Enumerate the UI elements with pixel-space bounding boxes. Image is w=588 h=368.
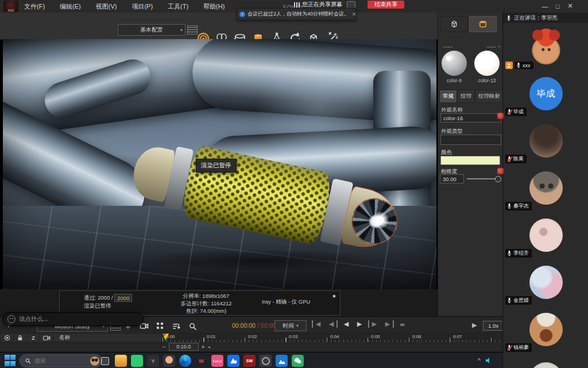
smiley-icon [7,315,16,323]
roughness-slider[interactable] [467,178,499,179]
zoom-in-button[interactable]: + [202,344,205,350]
skip-end-button[interactable]: ▶ [383,320,394,328]
skip-start-button[interactable]: ◀ [312,320,323,328]
meeting-chat-bubble[interactable]: 说点什么... [2,312,144,326]
timeline-ruler[interactable]: 0:00 0:01 0:02 0:03 0:04 0:05 0:06 0:07 [163,333,502,342]
play-button[interactable]: ▶ [355,320,364,328]
menu-edit[interactable]: 编辑(E) [60,2,81,11]
tab-model-cube[interactable] [440,16,468,32]
configuration-dropdown[interactable]: 基本配置 ▾ [118,24,185,36]
toast-close-icon[interactable]: ✕ [352,12,357,17]
search-input[interactable] [33,357,90,365]
timeline-zoom-controls: − 0:10.0 + ◂ [163,342,210,351]
participant-tile[interactable]: 陈果 [503,118,588,166]
ring-app-icon[interactable] [260,355,272,367]
speed-selector[interactable]: 1.0x [483,321,504,331]
minimize-button[interactable]: — [539,3,551,10]
participant-tile[interactable] [503,354,588,368]
participant-avatar: 毕成 [529,77,563,110]
render-status: 渲染已暂停 [84,302,132,309]
participant-avatar [527,28,565,66]
tray-audio-icon[interactable] [485,357,492,364]
menu-help[interactable]: 帮助(H) [203,2,225,11]
appearance-type-dropdown[interactable] [440,135,501,145]
explorer-icon[interactable] [115,355,127,367]
lulu-app-icon[interactable]: LuLu [211,355,223,367]
green-app-icon[interactable] [131,355,143,367]
speaking-text: 正在讲话：李宗亮 [514,14,558,22]
sort-icon[interactable] [170,320,183,332]
maximize-button[interactable]: □ [551,3,564,10]
participant-tile[interactable]: xxx [503,23,588,72]
task-view-button[interactable] [99,355,111,367]
passes-label: 通过: 2000 / [84,294,113,301]
grid-view-icon[interactable] [154,320,167,332]
playback-speed-play-icon[interactable]: ▶ [472,321,477,329]
y-app-icon[interactable]: Y [147,355,159,367]
participant-tile[interactable]: 李绍齐 [503,213,588,260]
collapse-arrow-icon[interactable]: ◂ [208,344,210,350]
time-current: 00:00:00 [232,322,256,329]
participant-tile[interactable]: 桑宇杰 [503,166,588,213]
pin-icon[interactable]: ✦ [327,28,332,38]
tray-expand-button[interactable]: ^ [478,358,481,364]
photos-app-icon[interactable] [276,355,288,367]
tab-material-cylinder[interactable] [469,16,497,32]
loop-icon[interactable]: ∞ [398,321,407,328]
slider-handle[interactable] [495,176,501,182]
participant-tile[interactable]: 毕成 毕成 [503,71,588,119]
participant-tile[interactable]: 金思婧 [503,260,588,308]
step-forward-button[interactable]: ▶ [368,320,379,328]
meeting-app-icon[interactable] [227,355,239,367]
chevron-down-icon: ▾ [180,28,183,33]
close-button[interactable]: ✕ [564,2,577,10]
edge-icon[interactable] [179,355,191,367]
step-back-button[interactable]: ◀ [327,320,338,328]
passes-input[interactable]: 2000 [114,294,132,302]
menu-file[interactable]: 文件(F) [24,2,45,11]
pin-icon[interactable]: ✦ [331,293,336,300]
wps-icon[interactable]: W [195,355,207,367]
swatch-color-9[interactable]: color-9 [442,51,467,83]
wechat-icon[interactable] [292,355,304,367]
swatch-color-13[interactable]: color-13 [474,51,500,83]
start-button[interactable] [5,355,16,366]
windows-taskbar: Y W LuLu SW ^ [0,352,588,368]
participant-tile[interactable]: 钱裕豪 [503,307,588,355]
mic-icon [516,62,521,68]
zoom-out-button[interactable]: − [163,344,166,350]
tab-texture[interactable]: 纹理 [457,90,475,103]
stop-share-button[interactable]: 结束共享 [368,1,404,9]
swatch-label-partial: color-2 [486,45,500,48]
time-mode-dropdown[interactable]: 时间 ▾ [274,320,307,331]
mic-icon [507,250,512,256]
search-icon[interactable] [186,320,199,332]
participant-avatar [529,362,563,368]
solidworks-icon[interactable]: SW [243,355,256,367]
menu-project[interactable]: 项目(P) [131,2,153,11]
host-badge-icon [505,62,513,69]
lock-icon[interactable] [14,334,27,342]
tab-texture-mapping[interactable]: 纹理映射 [475,90,504,103]
mic-icon [507,297,512,304]
color-swatch[interactable] [440,156,500,165]
participant-avatar [529,218,563,252]
render-viewport[interactable]: 渲染已暂停 [3,39,436,289]
taskbar-search[interactable] [20,354,102,367]
reaction-emoji [497,168,504,174]
menu-view[interactable]: 视图(V) [96,2,117,11]
interpolation-icon[interactable]: Z [27,334,40,342]
menu-tools[interactable]: 工具(T) [168,2,188,11]
visibility-eye-icon[interactable] [1,334,14,342]
appearance-name-input[interactable]: color-16 [440,113,501,122]
screen-share-banner: 您正在共享屏幕 [294,1,342,9]
roughness-input[interactable]: 30.00 [440,174,464,183]
keyframe-camera-icon[interactable] [40,334,53,342]
play-reverse-button[interactable]: ◀ [342,320,351,328]
person-app-icon[interactable] [163,355,175,367]
chat-placeholder: 说点什么... [19,315,48,323]
signal-bars-icon [294,2,300,7]
render-mode-text: Iray - 精确 - 仅 GPU [262,298,310,305]
tab-general[interactable]: 常规 [439,90,457,103]
zoom-duration-input[interactable]: 0:10.0 [169,343,199,351]
